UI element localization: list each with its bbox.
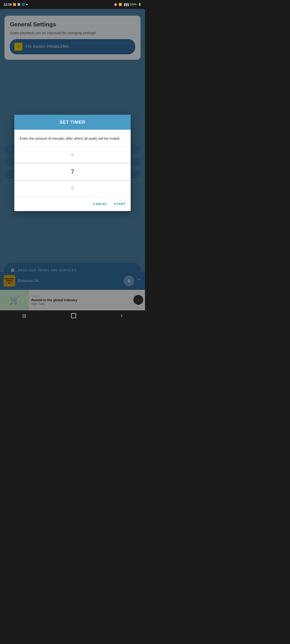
cellular-icon: ▐▐▐: [123, 3, 128, 6]
minute-picker[interactable]: 6 7 8: [14, 147, 131, 196]
dialog-body: Enter the amount of minutes after which …: [14, 130, 131, 141]
system-nav: ||| ‹: [0, 310, 145, 322]
picker-item-7[interactable]: 7: [14, 163, 131, 180]
recent-apps-button[interactable]: |||: [22, 314, 26, 318]
data-icon: 🌐: [22, 3, 25, 6]
dialog-header: SET TIMER: [14, 115, 131, 130]
dialog-actions: CANCEL START: [14, 196, 131, 211]
set-timer-dialog: SET TIMER Enter the amount of minutes af…: [14, 115, 131, 211]
status-bar-right: ⏰ 📶 ▐▐▐ 100% 🔋: [114, 3, 141, 6]
status-bar: 12:19 📶 🖼 🌐 ⏰ 📶 ▐▐▐ 100% 🔋: [0, 0, 145, 9]
alarm-icon: ⏰: [114, 3, 117, 6]
time-display: 12:19: [4, 3, 12, 6]
dialog-message: Enter the amount of minutes after which …: [20, 136, 125, 141]
dialog-title: SET TIMER: [19, 120, 126, 125]
wifi-icon: 📶: [119, 3, 122, 6]
picker-item-6[interactable]: 6: [14, 147, 131, 163]
dot-icon: [26, 4, 28, 5]
signal-icon: 📶: [13, 3, 16, 6]
home-button[interactable]: [71, 313, 76, 318]
picker-item-8[interactable]: 8: [14, 181, 131, 196]
status-bar-left: 12:19 📶 🖼 🌐: [4, 3, 28, 6]
battery-icon: 🔋: [138, 3, 141, 6]
start-button[interactable]: START: [113, 200, 126, 208]
cancel-button[interactable]: CANCEL: [92, 200, 109, 208]
gallery-icon: 🖼: [18, 3, 20, 6]
back-button[interactable]: ‹: [121, 313, 122, 319]
battery-display: 100%: [130, 3, 137, 6]
